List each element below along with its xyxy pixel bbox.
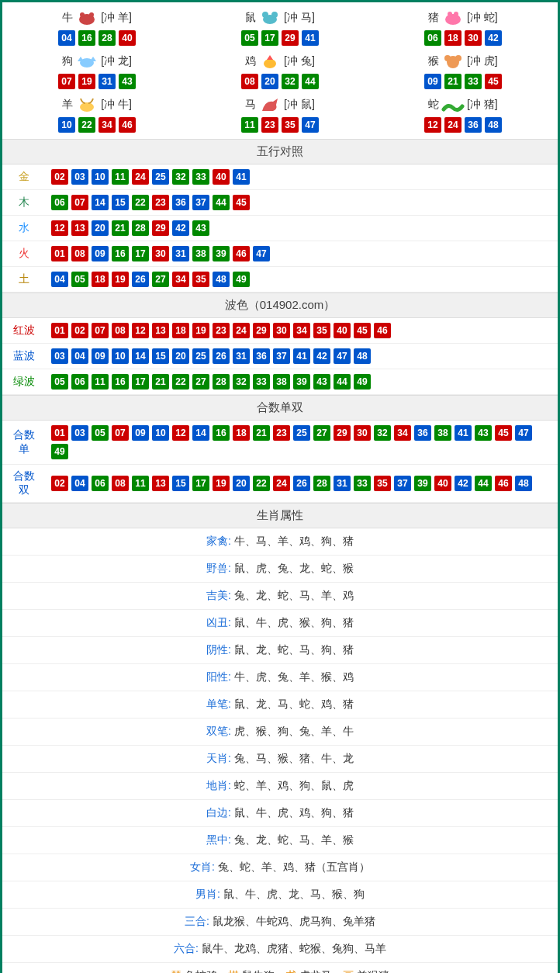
number-badge: 48	[354, 348, 371, 364]
attr-value: 鼠龙猴、牛蛇鸡、虎马狗、兔羊猪	[213, 915, 375, 927]
number-badge: 01	[51, 246, 68, 261]
number-badge: 29	[253, 323, 270, 338]
zodiac-name: 马	[245, 98, 256, 112]
number-badge: 05	[51, 374, 68, 390]
bose-header: 波色（014902.com）	[2, 293, 558, 318]
number-badge: 27	[192, 374, 209, 390]
number-badge: 46	[119, 117, 136, 133]
number-badge: 23	[213, 323, 230, 338]
attr-row-qqsh: 琴:兔蛇鸡 棋:鼠牛狗 书:虎龙马 画:羊猴猪	[2, 963, 558, 973]
bose-table: 红波 0102070812131819232429303435404546蓝波 …	[2, 318, 558, 395]
attr-value: 虎、猴、狗、兔、羊、牛	[234, 725, 354, 737]
attr-label: 棋:	[228, 969, 242, 973]
svg-point-7	[448, 12, 452, 16]
number-row: 09213345	[373, 74, 553, 89]
attr-label: 家禽:	[206, 535, 231, 547]
table-row: 水 1213202128294243	[2, 216, 558, 241]
number-badge: 08	[112, 476, 129, 491]
number-badge: 31	[334, 476, 351, 491]
number-badge: 13	[152, 476, 169, 491]
number-badge: 36	[465, 117, 482, 133]
number-badge: 09	[424, 74, 441, 89]
table-row: 火 0108091617303138394647	[2, 241, 558, 267]
zodiac-chong: [冲 猪]	[467, 98, 498, 112]
number-badge: 19	[192, 323, 209, 338]
svg-point-6	[445, 14, 461, 25]
table-row: 蓝波 03040910141520252631363741424748	[2, 344, 558, 369]
number-badge: 32	[282, 74, 299, 89]
row-numbers: 05061116172122272832333839434449	[45, 369, 558, 395]
zodiac-chong: [冲 鼠]	[284, 98, 315, 112]
zodiac-chong: [冲 牛]	[101, 98, 132, 112]
number-badge: 41	[293, 348, 310, 364]
row-numbers: 0102070812131819232429303435404546	[45, 318, 558, 344]
number-badge: 17	[132, 374, 149, 390]
number-badge: 45	[495, 425, 512, 441]
number-badge: 21	[152, 374, 169, 390]
number-badge: 26	[213, 348, 230, 364]
svg-point-13	[455, 55, 461, 61]
zodiac-cell: 鼠 [冲 马] 05172941	[188, 5, 372, 49]
row-label: 火	[2, 241, 45, 267]
number-badge: 24	[233, 323, 250, 338]
goat-icon	[74, 95, 99, 114]
number-badge: 25	[152, 169, 169, 185]
number-row: 05172941	[190, 30, 370, 46]
number-badge: 09	[132, 425, 149, 441]
attr-label: 白边:	[206, 806, 231, 819]
number-badge: 46	[233, 246, 250, 261]
attr-label: 阳性:	[206, 670, 231, 683]
attr-value: 鼠、牛、虎、鸡、狗、猪	[234, 806, 354, 819]
svg-point-5	[271, 12, 278, 18]
number-badge: 49	[51, 444, 68, 459]
zodiac-chong: [冲 龙]	[101, 54, 132, 68]
number-row: 11233547	[190, 117, 370, 133]
number-badge: 37	[192, 195, 209, 210]
zodiac-cell: 牛 [冲 羊] 04162840	[5, 5, 188, 49]
number-badge: 43	[119, 74, 136, 89]
number-badge: 18	[233, 425, 250, 441]
number-badge: 43	[313, 374, 330, 390]
number-row: 12243648	[373, 117, 553, 133]
number-badge: 41	[455, 425, 472, 441]
number-badge: 38	[273, 374, 290, 390]
attr-row: 凶丑: 鼠、牛、虎、猴、狗、猪	[2, 610, 558, 637]
number-badge: 34	[99, 117, 116, 133]
attr-row: 天肖: 兔、马、猴、猪、牛、龙	[2, 746, 558, 773]
number-badge: 23	[261, 117, 278, 133]
number-badge: 30	[273, 323, 290, 338]
zodiac-chong: [冲 虎]	[467, 54, 498, 68]
number-badge: 46	[495, 476, 512, 491]
number-badge: 40	[334, 323, 351, 338]
number-row: 08203244	[190, 74, 370, 89]
attr-value: 羊猴猪	[357, 969, 389, 973]
number-badge: 04	[71, 476, 88, 491]
number-badge: 36	[253, 348, 270, 364]
number-badge: 19	[78, 74, 95, 89]
svg-point-10	[264, 59, 276, 68]
number-badge: 29	[282, 30, 299, 46]
attr-row: 阳性: 牛、虎、兔、羊、猴、鸡	[2, 664, 558, 691]
number-badge: 29	[334, 425, 351, 441]
attr-row: 女肖: 兔、蛇、羊、鸡、猪（五宫肖）	[2, 854, 558, 881]
number-badge: 28	[99, 30, 116, 46]
number-badge: 15	[152, 348, 169, 364]
number-badge: 16	[213, 425, 230, 441]
attr-value: 鼠、虎、兔、龙、蛇、猴	[234, 562, 354, 574]
zodiac-name: 蛇	[428, 98, 439, 112]
number-badge: 26	[132, 272, 149, 287]
row-numbers: 02031011242532334041	[45, 164, 558, 190]
number-badge: 09	[92, 246, 109, 261]
number-badge: 49	[233, 272, 250, 287]
number-badge: 07	[58, 74, 75, 89]
row-numbers: 04051819262734354849	[45, 267, 558, 293]
attr-value: 鼠牛、龙鸡、虎猪、蛇猴、兔狗、马羊	[202, 942, 386, 954]
dog-icon	[74, 52, 99, 71]
row-label: 木	[2, 190, 45, 216]
number-row: 06183042	[373, 30, 553, 46]
number-badge: 25	[192, 348, 209, 364]
number-badge: 45	[485, 74, 502, 89]
number-badge: 11	[112, 169, 129, 185]
zodiac-name: 猪	[428, 11, 439, 25]
attr-label: 天肖:	[206, 752, 231, 764]
